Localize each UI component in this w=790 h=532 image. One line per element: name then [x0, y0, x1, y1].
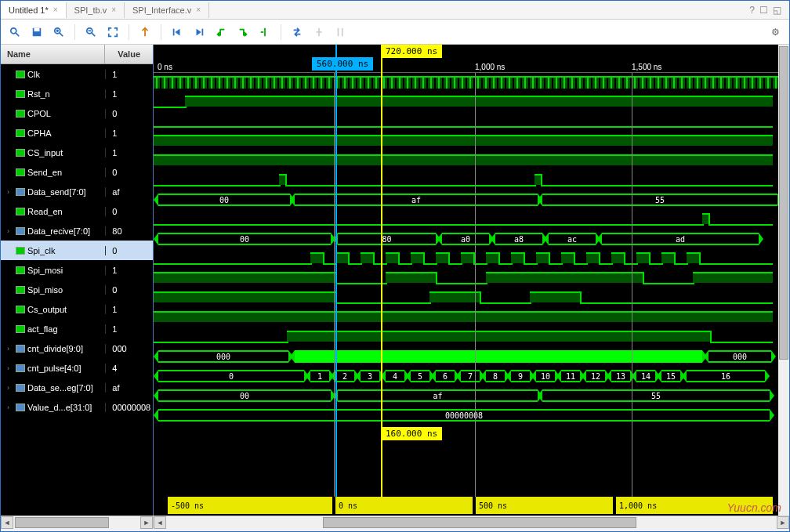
time-ruler: 0 ns500 ns1,000 ns1,500 ns	[154, 45, 789, 73]
scroll-right-icon[interactable]: ►	[140, 516, 153, 529]
swap-icon[interactable]	[291, 26, 303, 38]
marker-list-icon[interactable]	[335, 26, 347, 38]
signal-row[interactable]: Rst_n1	[1, 84, 153, 103]
signal-name: Spi_clk	[27, 246, 55, 255]
signal-row[interactable]: ›Data_send[7:0]af	[1, 182, 153, 201]
tab-spi-interface[interactable]: SPI_Interface.v×	[125, 2, 209, 18]
signal-row[interactable]: ›cnt_divide[9:0]000	[1, 338, 153, 358]
signal-value: 0	[105, 109, 153, 118]
svg-line-7	[60, 32, 63, 35]
tab-spi-tb[interactable]: SPI_tb.v×	[67, 2, 125, 18]
signal-row[interactable]: CS_input1	[1, 143, 153, 162]
signal-name: Cs_output	[27, 305, 67, 314]
signal-value: af	[105, 187, 153, 197]
horizontal-scrollbar[interactable]: ◄ ► ◄ ►	[1, 516, 789, 528]
signal-row[interactable]: Send_en0	[1, 162, 153, 182]
name-column-header[interactable]: Name	[1, 45, 105, 63]
signal-value: 1	[105, 89, 153, 99]
main-cursor-label: 720.000 ns	[381, 45, 442, 58]
signal-name: CPHA	[27, 128, 52, 138]
next-transition-icon[interactable]	[237, 26, 249, 38]
signal-name: Send_en	[27, 168, 62, 177]
scroll-left-icon[interactable]: ◄	[1, 516, 13, 529]
signal-row[interactable]: Spi_mosi1	[1, 260, 153, 280]
signal-row[interactable]: Clk1	[1, 64, 153, 84]
go-to-start-icon[interactable]	[171, 26, 183, 38]
signal-row[interactable]: ›Data_se...eg[7:0]af	[1, 378, 153, 397]
signal-row[interactable]: CPHA1	[1, 123, 153, 143]
scroll-right-icon[interactable]: ►	[777, 516, 789, 529]
signal-name: Rst_n	[27, 89, 50, 99]
signal-row[interactable]: Spi_clk0	[1, 241, 153, 260]
signal-value: af	[105, 383, 153, 393]
zoom-in-icon[interactable]	[53, 26, 65, 38]
signal-value: 0	[105, 246, 153, 255]
signal-list: Clk1Rst_n1CPOL0CPHA1CS_input1Send_en0›Da…	[1, 64, 153, 516]
signal-value: 1	[105, 266, 153, 275]
tab-bar: Untitled 1*× SPI_tb.v× SPI_Interface.v× …	[1, 1, 789, 20]
svg-marker-14	[197, 28, 201, 35]
signal-name: cnt_divide[9:0]	[27, 344, 83, 353]
signal-value: 00000008	[105, 403, 153, 412]
svg-rect-3	[34, 27, 40, 31]
toolbar: ⚙	[1, 20, 789, 45]
svg-line-10	[92, 32, 95, 35]
tab-untitled[interactable]: Untitled 1*×	[1, 2, 67, 18]
signal-row[interactable]: ›Value_d...e[31:0]00000008	[1, 397, 153, 417]
signal-row[interactable]: CPOL0	[1, 103, 153, 123]
signal-name: Read_en	[27, 207, 63, 216]
remove-marker-icon[interactable]	[313, 26, 325, 38]
signal-name: Spi_miso	[27, 285, 63, 295]
signal-name: CPOL	[27, 109, 51, 118]
signal-value: 000	[105, 344, 153, 353]
restore-icon[interactable]: ◱	[773, 5, 781, 16]
help-icon[interactable]: ?	[749, 5, 755, 16]
signal-name: Data_se...eg[7:0]	[27, 383, 93, 393]
signal-value: 1	[105, 324, 153, 334]
close-icon[interactable]: ×	[53, 5, 58, 14]
search-icon[interactable]	[9, 26, 21, 38]
prev-transition-icon[interactable]	[215, 26, 227, 38]
signal-row[interactable]: Cs_output1	[1, 299, 153, 319]
close-icon[interactable]: ×	[111, 5, 116, 14]
go-to-end-icon[interactable]	[193, 26, 205, 38]
settings-icon[interactable]: ⚙	[769, 26, 781, 38]
signal-row[interactable]: ›cnt_pulse[4:0]4	[1, 358, 153, 378]
svg-rect-12	[173, 28, 175, 35]
signal-name: CS_input	[27, 148, 63, 157]
signal-row[interactable]: Spi_miso0	[1, 280, 153, 299]
zoom-fit-icon[interactable]	[107, 26, 119, 38]
vertical-scrollbar[interactable]	[778, 45, 789, 516]
go-to-cursor-icon[interactable]	[139, 26, 151, 38]
signal-value: 1	[105, 70, 153, 79]
save-icon[interactable]	[31, 26, 43, 38]
zoom-out-icon[interactable]	[85, 26, 97, 38]
watermark: Yuucn.com	[727, 501, 781, 514]
signal-name: Data_recive[7:0]	[27, 226, 90, 236]
signal-value: 0	[105, 207, 153, 216]
maximize-icon[interactable]: ☐	[759, 5, 768, 16]
waveform-area[interactable]: 0 ns500 ns1,000 ns1,500 ns 720.000 ns 56…	[154, 45, 789, 516]
signal-name: cnt_pulse[4:0]	[27, 364, 82, 373]
signal-name: Data_send[7:0]	[27, 187, 86, 197]
signal-row[interactable]: Read_en0	[1, 201, 153, 221]
signal-name: act_flag	[27, 324, 58, 334]
value-column-header[interactable]: Value	[105, 45, 153, 63]
signal-sidebar: Name Value Clk1Rst_n1CPOL0CPHA1CS_input1…	[1, 45, 154, 516]
add-marker-icon[interactable]	[259, 26, 271, 38]
signal-value: 1	[105, 128, 153, 138]
svg-line-1	[16, 32, 19, 35]
signal-value: 80	[105, 226, 153, 236]
signal-row[interactable]: act_flag1	[1, 319, 153, 338]
svg-point-0	[11, 27, 16, 33]
signal-value: 4	[105, 364, 153, 373]
signal-value: 1	[105, 305, 153, 314]
signal-value: 1	[105, 148, 153, 157]
diff-cursor-label: 160.000 ns	[381, 427, 442, 440]
secondary-cursor[interactable]	[335, 45, 337, 497]
signal-row[interactable]: ›Data_recive[7:0]80	[1, 221, 153, 241]
signal-value: 0	[105, 285, 153, 295]
scroll-left-icon[interactable]: ◄	[154, 516, 166, 529]
signal-name: Spi_mosi	[27, 266, 63, 275]
close-icon[interactable]: ×	[196, 5, 201, 14]
